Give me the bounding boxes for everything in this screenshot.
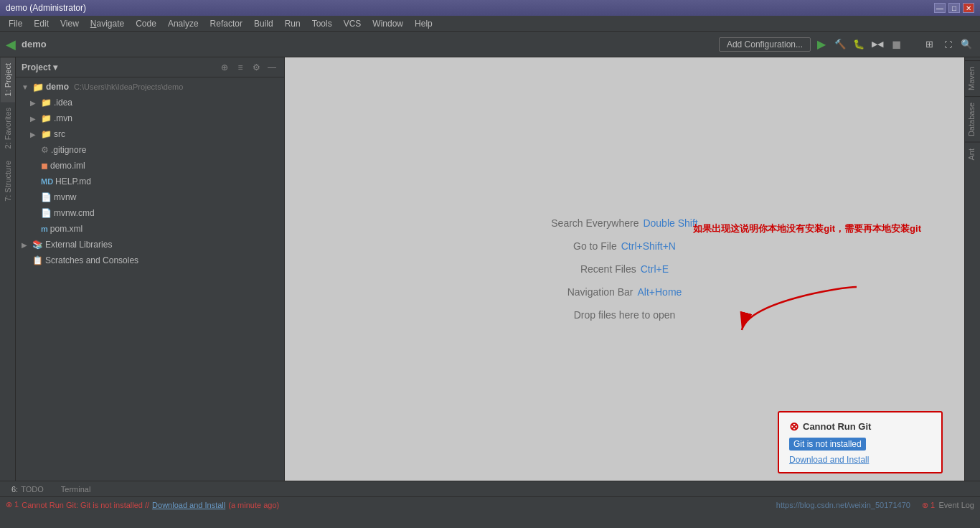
run-button[interactable]: ▶ [814, 37, 829, 52]
hint-navbar: Navigation Bar Alt+Home [567, 286, 682, 298]
event-log-button[interactable]: ⊗ 1 Event Log [922, 500, 974, 510]
tree-item-demo[interactable]: ▼ 📁 demo C:\Users\hk\IdeaProjects\demo [16, 79, 284, 95]
scratches-icon: 📋 [32, 255, 43, 265]
menu-edit[interactable]: Edit [28, 17, 55, 30]
ant-sidebar-tab[interactable]: Ant [965, 142, 980, 166]
status-download-link[interactable]: Download and Install [152, 501, 225, 509]
maven-sidebar-tab[interactable]: Maven [965, 60, 980, 96]
hint-label: Search Everywhere [551, 217, 639, 229]
tree-arrow: ▼ [22, 83, 30, 91]
menu-run[interactable]: Run [279, 17, 306, 30]
panel-settings-button[interactable]: ⚙ [250, 61, 263, 74]
folder-icon: 📁 [41, 98, 52, 108]
close-button[interactable]: ✕ [963, 3, 974, 13]
right-sidebar: Maven Database Ant [964, 57, 980, 481]
terminal-tab[interactable]: Terminal [55, 484, 97, 495]
menu-bar: File Edit View Navigate Code Analyze Ref… [0, 16, 980, 32]
error-icon: ⊗ [789, 420, 798, 433]
menu-vcs[interactable]: VCS [338, 17, 367, 30]
tree-label: .idea [54, 98, 72, 108]
hint-key: Ctrl+Shift+N [621, 240, 676, 252]
file-icon: MD [41, 177, 53, 186]
tree-label: .mvn [54, 113, 72, 123]
tree-item-mvnwcmd[interactable]: 📄 mvnw.cmd [16, 205, 284, 221]
tree-label: mvnw [54, 192, 76, 202]
tree-arrow: ▶ [30, 115, 39, 123]
tree-item-idea[interactable]: ▶ 📁 .idea [16, 95, 284, 110]
menu-build[interactable]: Build [248, 17, 279, 30]
todo-tab[interactable]: 6: TODO [6, 484, 50, 495]
layout-button[interactable]: ⊞ [921, 37, 937, 52]
download-install-link[interactable]: Download and Install [789, 455, 931, 465]
toolbar: ◀ demo Add Configuration... ▶ 🔨 🐛 ▶◀ ◼ ⊞… [0, 32, 980, 57]
fullscreen-button[interactable]: ⛶ [940, 37, 956, 52]
folder-icon: 📁 [32, 82, 44, 93]
tree-item-demoiml[interactable]: ◼ demo.iml [16, 158, 284, 174]
editor-area: Search Everywhere Double Shift Go to Fil… [285, 57, 964, 481]
hint-label: Recent Files [580, 263, 636, 275]
hint-label: Drop files here to open [574, 309, 676, 321]
left-panel-strip: 1: Project 2: Favorites 7: Structure [0, 57, 16, 481]
tree-path: C:\Users\hk\IdeaProjects\demo [74, 82, 183, 91]
coverage-button[interactable]: ▶◀ [870, 37, 885, 52]
file-icon: ◼ [41, 161, 48, 171]
maximize-button[interactable]: □ [948, 3, 960, 13]
panel-minimize-button[interactable]: — [265, 61, 278, 74]
debug-button[interactable]: 🐛 [851, 37, 867, 52]
status-error: ⊗ 1 Cannot Run Git: Git is not installed… [6, 500, 279, 509]
hint-label: Go to File [573, 240, 617, 252]
tree-item-scratches[interactable]: 📋 Scratches and Consoles [16, 253, 284, 268]
hint-label: Navigation Bar [567, 286, 633, 298]
tree-item-mvn[interactable]: ▶ 📁 .mvn [16, 110, 284, 126]
locate-file-button[interactable]: ⊕ [218, 61, 231, 74]
project-tree: ▼ 📁 demo C:\Users\hk\IdeaProjects\demo ▶… [16, 77, 284, 481]
menu-code[interactable]: Code [130, 17, 162, 30]
title-bar: demo (Administrator) — □ ✕ [0, 0, 980, 16]
tree-arrow: ▶ [30, 131, 39, 138]
menu-refactor[interactable]: Refactor [204, 17, 248, 30]
folder-icon: 📁 [41, 113, 52, 123]
tree-item-pomxml[interactable]: m pom.xml [16, 221, 284, 237]
project-panel: Project ▾ ⊕ ≡ ⚙ — ▼ 📁 demo C:\Users\hk\I… [16, 57, 285, 481]
stop-button[interactable]: ◼ [888, 37, 904, 52]
minimize-button[interactable]: — [934, 3, 946, 13]
status-bar: ⊗ 1 Cannot Run Git: Git is not installed… [0, 496, 980, 512]
build-button[interactable]: 🔨 [832, 37, 848, 52]
tree-label: demo [46, 82, 69, 92]
project-panel-title: Project ▾ [22, 62, 57, 72]
app-title: demo (Administrator) [6, 3, 86, 13]
error-indicator: ⊗ 1 [6, 500, 19, 509]
structure-panel-tab[interactable]: 7: Structure [1, 155, 15, 207]
folder-icon: 📁 [41, 129, 52, 139]
menu-help[interactable]: Help [409, 17, 438, 30]
hint-key: Double Shift [643, 217, 697, 229]
tree-item-helpmd[interactable]: MD HELP.md [16, 174, 284, 189]
popup-title: ⊗ Cannot Run Git [789, 420, 931, 433]
menu-tools[interactable]: Tools [306, 17, 338, 30]
hint-key: Alt+Home [637, 286, 682, 298]
hint-goto: Go to File Ctrl+Shift+N [573, 240, 676, 252]
tree-item-gitignore[interactable]: ⚙ .gitignore [16, 142, 284, 158]
git-error-message: Git is not installed [789, 438, 866, 451]
collapse-all-button[interactable]: ≡ [234, 61, 247, 74]
hint-key: Ctrl+E [641, 263, 669, 275]
database-sidebar-tab[interactable]: Database [965, 96, 980, 142]
menu-view[interactable]: View [55, 17, 85, 30]
favorites-panel-tab[interactable]: 2: Favorites [1, 102, 15, 154]
file-icon: 📄 [41, 208, 52, 218]
project-panel-tab[interactable]: 1: Project [1, 57, 15, 102]
back-button[interactable]: ◀ [6, 37, 16, 52]
tree-item-extlibs[interactable]: ▶ 📚 External Libraries [16, 237, 284, 253]
tree-item-src[interactable]: ▶ 📁 src [16, 126, 284, 142]
menu-analyze[interactable]: Analyze [162, 17, 204, 30]
tree-item-mvnw[interactable]: 📄 mvnw [16, 189, 284, 205]
menu-navigate[interactable]: Navigate [85, 17, 130, 30]
chinese-annotation: 如果出现这说明你本地没有安装git，需要再本地安装git [693, 222, 921, 235]
window-controls: — □ ✕ [934, 3, 974, 13]
menu-file[interactable]: File [3, 17, 28, 30]
menu-window[interactable]: Window [367, 17, 409, 30]
search-everywhere-button[interactable]: 🔍 [958, 37, 974, 52]
ext-libs-icon: 📚 [32, 240, 43, 250]
add-configuration-button[interactable]: Add Configuration... [719, 37, 811, 52]
status-url: https://blog.csdn.net/weixin_50171470 [776, 501, 910, 509]
